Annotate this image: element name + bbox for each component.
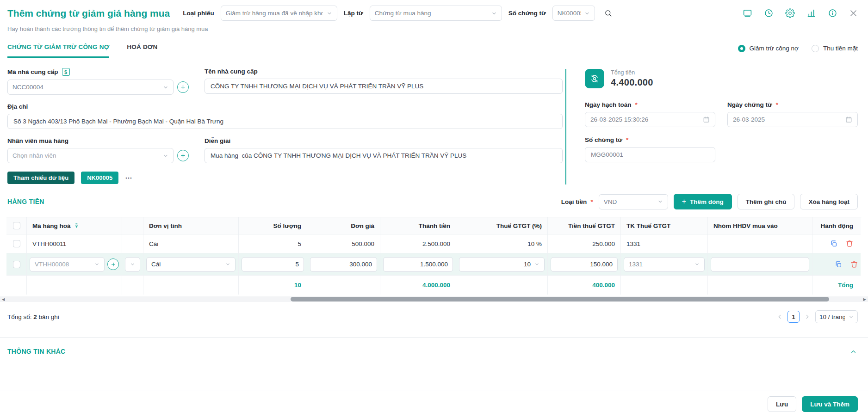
row-checkbox[interactable]	[13, 240, 20, 247]
created-from-select[interactable]: Chứng từ mua hàng	[370, 6, 502, 21]
description-input[interactable]	[205, 148, 563, 163]
add-item-button[interactable]	[107, 258, 119, 270]
radio-giam-tru-cong-no[interactable]: Giảm trừ công nợ	[738, 45, 799, 52]
chevron-up-icon[interactable]	[850, 348, 857, 355]
supplier-name-label: Tên nhà cung cấp	[205, 68, 258, 75]
unit-price-input[interactable]	[310, 257, 377, 272]
more-references-icon[interactable]: ⋯	[125, 174, 133, 182]
document-form: Mã nhà cung cấp $ NCC00004 Tên	[0, 58, 868, 184]
history-clock-icon[interactable]	[764, 8, 774, 18]
amount-input[interactable]	[383, 257, 453, 272]
supplier-code-select[interactable]: NCC00004	[7, 80, 174, 95]
settings-gear-icon[interactable]	[785, 8, 795, 18]
reference-badges: Tham chiếu dữ liệu NK00005 ⋯	[7, 172, 563, 184]
item-code-select[interactable]: VTHH00008	[30, 257, 105, 272]
select-all-checkbox[interactable]	[13, 222, 20, 229]
doc-type-label: Loại phiếu	[183, 10, 214, 17]
form-divider	[565, 69, 566, 184]
scroll-right-icon[interactable]: ▶	[863, 296, 866, 302]
vat-amount-input[interactable]	[551, 257, 618, 272]
vat-percent-select[interactable]: 10	[459, 257, 545, 272]
tab-hoa-don[interactable]: HOÁ ĐƠN	[127, 43, 157, 58]
pin-icon[interactable]	[74, 223, 80, 229]
calendar-icon	[703, 116, 710, 123]
bar-chart-icon[interactable]	[806, 8, 816, 18]
search-icon[interactable]	[604, 9, 612, 17]
plus-icon: +	[682, 197, 686, 206]
doc-date-input[interactable]: 26-03-2025	[727, 112, 858, 127]
radio-thu-tien-mat[interactable]: Thu tiền mặt	[812, 45, 858, 52]
col-actions: Hành động	[821, 222, 854, 229]
totals-label: Tổng	[838, 282, 853, 289]
horizontal-scrollbar[interactable]: ◀ ▶	[0, 296, 868, 302]
sync-total-icon	[585, 69, 604, 88]
plus-icon	[180, 153, 186, 159]
duplicate-row-icon[interactable]	[830, 240, 837, 247]
radio-label: Giảm trừ công nợ	[750, 45, 799, 52]
supplier-name-input[interactable]	[205, 79, 563, 94]
description-label: Diễn giải	[205, 137, 230, 144]
doc-type-select[interactable]: Giảm trừ hàng mua đã về nhập kho	[221, 6, 337, 21]
save-button[interactable]: Lưu	[768, 396, 796, 412]
add-employee-button[interactable]	[177, 150, 189, 161]
calendar-icon	[845, 116, 852, 123]
items-table: Mã hàng hoá Đơn vị tính Số lượng Đơn giá…	[6, 217, 862, 295]
delete-row-icon[interactable]	[850, 261, 858, 268]
created-from-label: Lập từ	[344, 10, 363, 17]
vat-account-select[interactable]: 1331	[624, 257, 705, 272]
duplicate-row-icon[interactable]	[835, 261, 842, 268]
chevron-down-icon	[491, 11, 497, 16]
info-icon[interactable]	[828, 8, 837, 18]
row-checkbox[interactable]	[13, 261, 20, 268]
posting-date-input[interactable]: 26-03-2025 15:30:26	[585, 112, 715, 127]
chevron-down-icon	[130, 262, 135, 267]
currency-select[interactable]: VND	[599, 194, 668, 209]
scrollbar-thumb[interactable]	[291, 297, 829, 301]
col-amount: Thành tiền	[419, 222, 450, 229]
chevron-down-icon	[849, 314, 854, 320]
bulk-delete-button[interactable]: Xóa hàng loạt	[800, 194, 858, 209]
address-input[interactable]	[7, 114, 563, 129]
total-amount-label: Tổng tiền	[611, 69, 653, 76]
page-subtitle: Hãy hoàn thành các trường thông tin để t…	[0, 21, 868, 32]
doc-number-input[interactable]	[585, 147, 715, 162]
next-page-icon[interactable]	[804, 314, 811, 320]
add-note-button[interactable]: Thêm ghi chú	[738, 194, 795, 209]
close-icon[interactable]	[849, 9, 858, 18]
doc-no-label: Số chứng từ	[508, 10, 546, 17]
data-reference-badge[interactable]: Tham chiếu dữ liệu	[7, 172, 74, 184]
top-icon-group	[743, 8, 858, 18]
employee-select[interactable]: Chọn nhân viên	[7, 148, 174, 163]
page-number-button[interactable]: 1	[787, 311, 800, 323]
scroll-left-icon[interactable]: ◀	[2, 296, 5, 302]
monitor-icon[interactable]	[743, 8, 752, 18]
page-size-select[interactable]: 10 / trang	[815, 310, 858, 323]
col-vat-percent: Thuế GTGT (%)	[496, 222, 542, 229]
table-totals-row: 10 4.000.000 400.000 Tổng	[6, 276, 862, 295]
employee-label: Nhân viên mua hàng	[7, 137, 68, 144]
save-and-add-button[interactable]: Lưu và Thêm	[802, 396, 858, 412]
address-label: Địa chỉ	[7, 103, 28, 110]
dollar-icon: $	[62, 68, 70, 76]
col-goods-group: Nhóm HHDV mua vào	[713, 222, 778, 229]
tab-chung-tu-giam-tru-cong-no[interactable]: CHỨNG TỪ GIẢM TRỪ CÔNG NỢ	[7, 43, 109, 58]
doc-number-label: Số chứng từ	[585, 136, 622, 143]
reference-doc-badge[interactable]: NK00005	[81, 172, 118, 184]
delete-row-icon[interactable]	[846, 240, 853, 247]
doc-no-select[interactable]: NK00005	[552, 6, 595, 21]
item-detail-select[interactable]	[125, 257, 140, 272]
radio-label: Thu tiền mặt	[823, 45, 858, 52]
chevron-down-icon	[584, 11, 590, 16]
quantity-input[interactable]	[242, 257, 304, 272]
prev-page-icon[interactable]	[776, 314, 783, 320]
add-supplier-button[interactable]	[177, 81, 189, 93]
bottom-action-bar: Lưu Lưu và Thêm	[0, 391, 868, 418]
chevron-down-icon	[327, 11, 332, 16]
other-info-section: THÔNG TIN KHÁC	[0, 337, 868, 355]
add-row-button[interactable]: + Thêm dòng	[674, 194, 732, 209]
col-vat-account: TK Thuế GTGT	[626, 222, 670, 229]
radio-unselected-icon	[812, 45, 819, 52]
goods-group-input[interactable]	[711, 257, 809, 272]
col-quantity: Số lượng	[273, 222, 301, 229]
unit-select[interactable]: Cái	[146, 257, 236, 272]
